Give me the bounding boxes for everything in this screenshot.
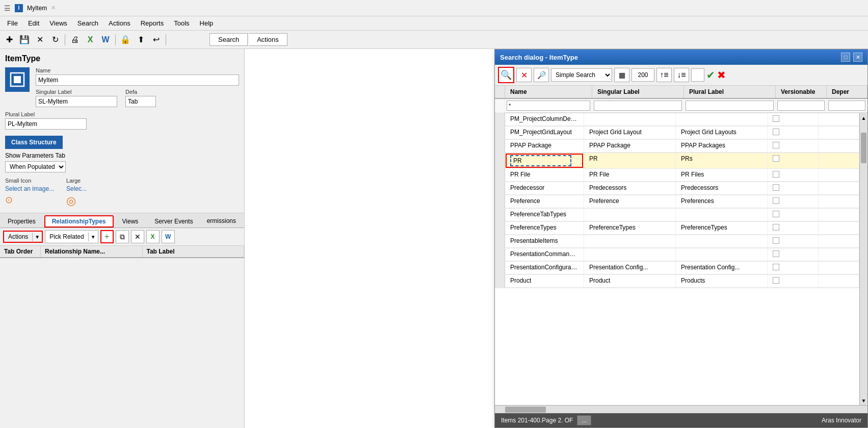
print-button[interactable]: 🖨 <box>68 33 82 47</box>
cancel-button[interactable]: ✖ <box>717 69 726 81</box>
promote-button[interactable]: ⬆ <box>134 33 148 47</box>
versionable-checkbox[interactable] <box>773 171 779 178</box>
table-row[interactable]: Preference Preference Preferences <box>495 195 859 209</box>
remove-button[interactable]: ✕ <box>131 230 144 243</box>
versionable-checkbox[interactable] <box>773 237 779 244</box>
hamburger-icon[interactable]: ☰ <box>4 4 11 12</box>
large-icon-link[interactable]: Selec... <box>66 185 87 192</box>
row-preference-tab-types[interactable]: PreferenceTabTypes <box>505 209 859 221</box>
tab-views[interactable]: Views <box>115 215 146 228</box>
sort-desc-button[interactable]: ↓≡ <box>674 68 689 82</box>
page-size-input[interactable] <box>632 68 654 82</box>
menu-actions[interactable]: Actions <box>103 17 136 29</box>
table-row[interactable]: PPAP Package PPAP Package PPAP Packages <box>495 140 859 153</box>
clear-search-button[interactable]: ✕ <box>516 68 532 82</box>
pick-related-dropdown[interactable]: Pick Related ▼ <box>45 230 98 243</box>
tab-properties[interactable]: Properties <box>0 215 43 228</box>
table-row[interactable]: PM_ProjectColumnDescription <box>495 113 859 127</box>
menu-edit[interactable]: Edit <box>23 17 44 29</box>
pick-related-arrow-icon[interactable]: ▼ <box>88 233 98 241</box>
confirm-button[interactable]: ✔ <box>706 69 715 81</box>
versionable-checkbox[interactable] <box>773 197 779 204</box>
h-scroll-thumb[interactable] <box>505 407 546 413</box>
add-button[interactable]: ✚ <box>2 33 16 47</box>
actions-tab[interactable]: Actions <box>249 33 287 46</box>
pagination-more-button[interactable]: ... <box>577 415 591 425</box>
versionable-checkbox[interactable] <box>773 142 779 148</box>
filter-singular-input[interactable] <box>594 100 682 111</box>
versionable-checkbox[interactable] <box>773 250 779 257</box>
menu-help[interactable]: Help <box>195 17 219 29</box>
scroll-down-button[interactable]: ▼ <box>860 396 867 405</box>
versionable-checkbox[interactable] <box>773 224 779 231</box>
word-button[interactable]: W <box>98 33 113 47</box>
tab-server-events[interactable]: Server Events <box>147 215 200 228</box>
filter-deper-input[interactable] <box>828 100 865 111</box>
table-row[interactable]: Product Product Products <box>495 275 859 288</box>
row-pm-grid-layout[interactable]: PM_ProjectGridLayout Project Grid Layout… <box>505 127 859 139</box>
menu-reports[interactable]: Reports <box>136 17 169 29</box>
table-row[interactable]: Predecessor Predecessors Predecessors <box>495 182 859 195</box>
versionable-checkbox[interactable] <box>773 264 779 270</box>
actions-arrow-icon[interactable]: ▼ <box>32 233 42 241</box>
versionable-checkbox[interactable] <box>773 155 779 162</box>
row-pr[interactable]: PR PR PRs <box>505 153 859 168</box>
default-input[interactable] <box>125 96 156 107</box>
class-structure-button[interactable]: Class Structure <box>5 136 63 149</box>
add-row-button[interactable]: + <box>100 230 114 243</box>
actions-dropdown[interactable]: Actions ▼ <box>3 231 43 243</box>
row-pr-file[interactable]: PR File PR File PR Files <box>505 169 859 182</box>
table-row-pr[interactable]: PR PR PRs <box>495 153 859 169</box>
copy-button[interactable]: ⧉ <box>116 230 129 243</box>
row-pm-project-col[interactable]: PM_ProjectColumnDescription <box>505 113 859 126</box>
plural-input[interactable] <box>5 118 87 130</box>
menu-file[interactable]: File <box>2 17 23 29</box>
table-row[interactable]: PresentableItems <box>495 235 859 248</box>
row-preference-types[interactable]: PreferenceTypes PreferenceTypes Preferen… <box>505 222 859 235</box>
table-row[interactable]: PR File PR File PR Files <box>495 169 859 182</box>
search-mode-select[interactable]: Simple Search <box>551 68 612 82</box>
lock-button[interactable]: 🔒 <box>118 33 133 47</box>
horizontal-scrollbar[interactable] <box>495 405 867 413</box>
versionable-checkbox[interactable] <box>773 211 779 217</box>
color-picker[interactable] <box>691 68 704 82</box>
row-ppap-package[interactable]: PPAP Package PPAP Package PPAP Packages <box>505 140 859 153</box>
excel-button[interactable]: X <box>83 33 97 47</box>
menu-tools[interactable]: Tools <box>169 17 194 29</box>
name-input[interactable] <box>36 74 239 86</box>
sort-asc-button[interactable]: ↑≡ <box>656 68 672 82</box>
filter-plural-input[interactable] <box>686 100 774 111</box>
dialog-table-body[interactable]: PM_ProjectColumnDescription <box>495 113 859 288</box>
row-preference[interactable]: Preference Preference Preferences <box>505 195 859 208</box>
singular-input[interactable] <box>36 96 117 107</box>
versionable-checkbox[interactable] <box>773 129 779 135</box>
row-presentation-config[interactable]: PresentationConfiguration Presentation C… <box>505 262 859 274</box>
refresh-button[interactable]: ↻ <box>48 33 62 47</box>
row-presentation-cmd-bar[interactable]: PresentationCommandBarSection <box>505 248 859 261</box>
column-config-button[interactable]: ▦ <box>614 68 629 82</box>
undo-button[interactable]: ↩ <box>149 33 163 47</box>
versionable-checkbox[interactable] <box>773 184 779 191</box>
scroll-track[interactable] <box>860 173 867 396</box>
scroll-up-button[interactable]: ▲ <box>860 113 867 122</box>
versionable-checkbox[interactable] <box>773 277 779 284</box>
table-row[interactable]: PM_ProjectGridLayout Project Grid Layout… <box>495 127 859 140</box>
scroll-thumb[interactable] <box>861 133 866 163</box>
save-button[interactable]: 💾 <box>17 33 32 47</box>
tab-relationship-types[interactable]: RelationshipTypes <box>44 215 114 228</box>
menu-views[interactable]: Views <box>44 17 72 29</box>
row-product[interactable]: Product Product Products <box>505 275 859 288</box>
dialog-minimize-button[interactable]: □ <box>841 53 850 62</box>
close-tab-icon[interactable]: ✕ <box>51 5 56 11</box>
search-tab[interactable]: Search <box>209 33 248 46</box>
export-excel-button[interactable]: X <box>146 230 160 243</box>
delete-button[interactable]: ✕ <box>33 33 47 47</box>
tab-permissions[interactable]: ermissions <box>202 215 241 228</box>
search-active-button[interactable]: 🔍 <box>498 67 514 83</box>
small-icon-link[interactable]: Select an image... <box>5 185 54 192</box>
table-row[interactable]: PreferenceTabTypes <box>495 209 859 222</box>
when-populated-select[interactable]: When Populated <box>5 161 66 172</box>
versionable-checkbox[interactable] <box>773 115 779 122</box>
table-row[interactable]: PresentationCommandBarSection <box>495 248 859 262</box>
export-word-button[interactable]: W <box>162 230 175 243</box>
